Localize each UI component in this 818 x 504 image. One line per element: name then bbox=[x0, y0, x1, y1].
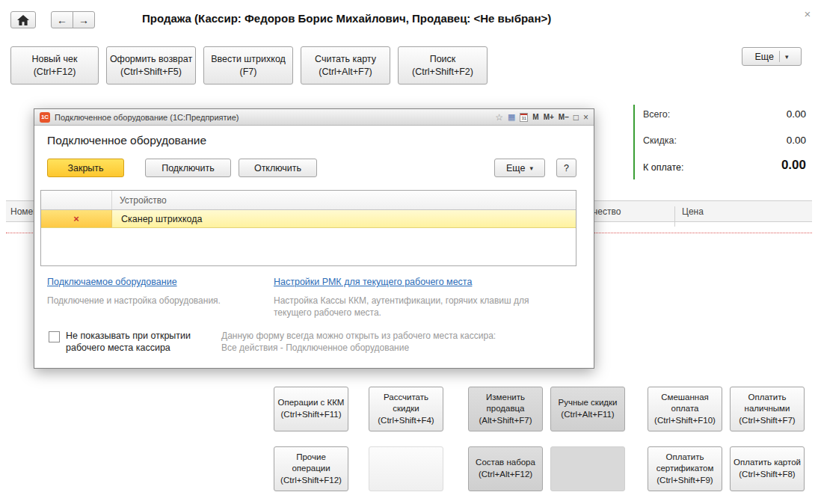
chevron-down-icon: ▾ bbox=[785, 53, 789, 61]
change-seller-button[interactable]: Изменить продавца (Alt+Shift+F7) bbox=[468, 387, 543, 431]
button-shortcut: (Ctrl+Alt+F11) bbox=[561, 409, 614, 421]
button-label: Оплатить картой bbox=[734, 457, 801, 469]
payable-label: К оплате: bbox=[643, 162, 683, 173]
button-shortcut: (F7) bbox=[240, 66, 257, 79]
discount-label: Скидка: bbox=[643, 135, 677, 146]
mixed-payment-button[interactable]: Смешанная оплата (Ctrl+Shift+F10) bbox=[648, 387, 722, 431]
column-header-price[interactable]: Цена bbox=[682, 206, 704, 217]
error-status-icon: × bbox=[73, 214, 79, 224]
button-label: Смешанная оплата bbox=[650, 392, 720, 415]
calculator-icon[interactable]: ▦ bbox=[508, 113, 515, 121]
read-card-button[interactable]: Считать карту (Ctrl+Alt+F7) bbox=[301, 46, 390, 84]
enter-barcode-button[interactable]: Ввести штрихкод (F7) bbox=[203, 46, 293, 84]
calendar-icon-day: 31 bbox=[520, 115, 527, 121]
maximize-icon[interactable]: □ bbox=[573, 112, 579, 123]
make-return-button[interactable]: Оформить возврат (Ctrl+Shift+F5) bbox=[106, 46, 196, 84]
dialog-more-button[interactable]: Еще ▾ bbox=[494, 159, 545, 177]
dont-show-checkbox[interactable] bbox=[49, 331, 60, 342]
kkm-operations-button[interactable]: Операции с ККМ (Ctrl+Shift+F11) bbox=[274, 387, 348, 431]
description-equipment: Подключение и настройка оборудования. bbox=[47, 295, 264, 307]
device-status-cell: × bbox=[41, 210, 112, 227]
calc-discounts-button[interactable]: Рассчитать скидки (Ctrl+Shift+F4) bbox=[369, 387, 443, 431]
1c-logo: 1С bbox=[40, 112, 50, 123]
chevron-down-icon: ▾ bbox=[529, 165, 533, 172]
home-icon bbox=[17, 15, 29, 25]
dialog-titlebar[interactable]: 1С Подключенное оборудование (1С:Предпри… bbox=[34, 109, 594, 126]
dialog-close-icon[interactable]: × bbox=[583, 112, 588, 123]
button-shortcut: (Ctrl+Shift+F8) bbox=[739, 469, 795, 481]
button-label: Состав набора bbox=[476, 457, 535, 469]
back-icon: ← bbox=[57, 14, 67, 26]
memory-m-minus-button[interactable]: М– bbox=[559, 113, 569, 121]
history-nav: ← → bbox=[51, 11, 95, 28]
disconnect-button[interactable]: Отключить bbox=[239, 159, 317, 177]
note-line-2: Все действия - Подключенное оборудование bbox=[221, 342, 496, 354]
dialog-heading: Подключенное оборудование bbox=[47, 134, 206, 147]
connected-equipment-dialog: 1С Подключенное оборудование (1С:Предпри… bbox=[34, 108, 594, 369]
button-label: Поиск bbox=[430, 53, 456, 66]
pay-cash-button[interactable]: Оплатить наличными (Ctrl+Shift+F7) bbox=[730, 387, 805, 431]
window-close-icon[interactable]: × bbox=[801, 7, 814, 20]
action-placeholder bbox=[550, 446, 625, 491]
pay-card-button[interactable]: Оплатить картой (Ctrl+Shift+F8) bbox=[730, 446, 805, 491]
calendar-icon[interactable]: 31 bbox=[520, 113, 528, 122]
totals-accent-line bbox=[633, 105, 635, 179]
note-line-1: Данную форму всегда можно открыть из раб… bbox=[221, 330, 496, 342]
search-button[interactable]: Поиск (Ctrl+Shift+F2) bbox=[398, 46, 488, 84]
button-shortcut: (Ctrl+Shift+F4) bbox=[378, 415, 434, 427]
device-column-header[interactable]: Устройство bbox=[112, 191, 576, 209]
button-label: Оплатить сертификатом bbox=[650, 452, 720, 475]
dont-show-checkbox-label[interactable]: Не показывать при открытии рабочего мест… bbox=[66, 330, 199, 354]
payable-value: 0.00 bbox=[781, 158, 806, 173]
more-label: Еще bbox=[506, 163, 525, 173]
page-title: Продажа (Кассир: Федоров Борис Михайлови… bbox=[142, 12, 551, 25]
total-label: Всего: bbox=[643, 109, 670, 120]
button-shortcut: (Ctrl+Shift+F7) bbox=[739, 415, 795, 427]
link-connectable-equipment[interactable]: Подключаемое оборудование bbox=[47, 277, 177, 287]
link-rmk-settings[interactable]: Настройки РМК для текущего рабочего мест… bbox=[274, 277, 472, 287]
button-label: Новый чек bbox=[32, 53, 78, 66]
button-shortcut: (Ctrl+Shift+F10) bbox=[654, 415, 716, 427]
memory-m-plus-button[interactable]: М+ bbox=[544, 113, 554, 121]
button-label: Ручные скидки bbox=[559, 397, 618, 409]
other-operations-button[interactable]: Прочие операции (Ctrl+Shift+F12) bbox=[274, 446, 348, 491]
total-value: 0.00 bbox=[787, 108, 806, 120]
more-label: Еще bbox=[755, 52, 774, 62]
device-name-cell: Сканер штрихкода bbox=[112, 210, 576, 227]
more-button[interactable]: Еще ▾ bbox=[742, 47, 802, 66]
button-label: Изменить продавца bbox=[470, 392, 541, 415]
manual-discounts-button[interactable]: Ручные скидки (Ctrl+Alt+F11) bbox=[550, 387, 625, 431]
button-shortcut: (Ctrl+Shift+F11) bbox=[281, 409, 342, 421]
pay-certificate-button[interactable]: Оплатить сертификатом (Ctrl+Shift+F9) bbox=[648, 446, 722, 491]
button-shortcut: (Ctrl+Alt+F12) bbox=[479, 469, 532, 481]
button-shortcut: (Ctrl+F12) bbox=[34, 66, 76, 79]
connect-button[interactable]: Подключить bbox=[145, 159, 231, 177]
column-divider bbox=[674, 206, 675, 227]
forward-button[interactable]: → bbox=[73, 11, 95, 28]
pos-sale-window: ← → Продажа (Кассир: Федоров Борис Михай… bbox=[0, 0, 818, 504]
device-row-selected[interactable]: × Сканер штрихкода bbox=[41, 210, 576, 228]
back-button[interactable]: ← bbox=[51, 11, 73, 28]
action-placeholder bbox=[369, 446, 443, 491]
button-label: Рассчитать скидки bbox=[371, 392, 441, 415]
status-column-header[interactable] bbox=[41, 191, 112, 209]
button-label: Операции с ККМ bbox=[278, 397, 345, 409]
new-check-button[interactable]: Новый чек (Ctrl+F12) bbox=[10, 46, 99, 84]
divider bbox=[779, 51, 780, 62]
dialog-title: Подключенное оборудование (1С:Предприяти… bbox=[55, 113, 491, 122]
button-label: Считать карту bbox=[315, 53, 376, 66]
favorites-star-icon[interactable]: ☆ bbox=[495, 113, 503, 122]
devices-table: Устройство × Сканер штрихкода bbox=[40, 190, 576, 266]
button-shortcut: (Ctrl+Alt+F7) bbox=[319, 66, 372, 79]
home-button[interactable] bbox=[10, 11, 36, 28]
description-rmk: Настройка Кассы ККМ, аутентификации, гор… bbox=[274, 295, 549, 319]
button-label: Ввести штрихкод bbox=[211, 53, 286, 66]
memory-m-button[interactable]: М bbox=[532, 113, 538, 121]
button-label: Прочие операции bbox=[276, 452, 346, 475]
close-button[interactable]: Закрыть bbox=[47, 159, 124, 177]
button-shortcut: (Alt+Shift+F7) bbox=[479, 415, 532, 427]
set-contents-button[interactable]: Состав набора (Ctrl+Alt+F12) bbox=[468, 446, 543, 491]
discount-value: 0.00 bbox=[787, 135, 806, 146]
button-shortcut: (Ctrl+Shift+F5) bbox=[120, 66, 182, 79]
help-button[interactable]: ? bbox=[556, 159, 576, 177]
